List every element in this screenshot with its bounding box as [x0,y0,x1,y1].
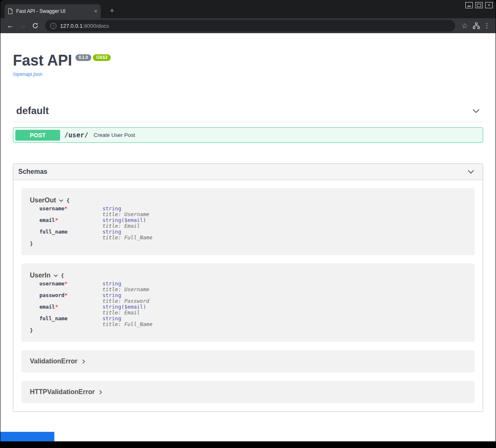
maximize-button[interactable] [475,2,483,8]
brace-open: { [61,273,64,279]
property-type: string [102,205,121,212]
chevron-down-icon[interactable] [472,109,480,113]
property-title: title: Password [102,298,149,304]
property-title: title: Username [102,286,149,292]
extension-action-icon[interactable] [471,22,481,29]
required-star: * [55,304,58,310]
required-star: * [55,217,58,223]
tab-title: Fast API - Swagger UI [16,8,92,14]
url-text: 127.0.0.1:8000/docs [60,23,109,29]
url-host: 127.0.0.1 [60,23,83,29]
model-userin: UserIn { username* stringtitle: Username… [22,263,474,342]
window-controls: × [465,2,493,8]
property-name: email* [39,217,102,223]
brace-open: { [66,197,70,204]
reload-icon [32,22,39,29]
property-type: string [102,292,121,298]
model-title: ValidationError [30,358,78,365]
tag-name: default [16,105,49,117]
endpoint-summary: Create User Post [94,132,135,138]
property-type: string [102,229,121,235]
site-info-icon[interactable]: i [50,23,56,29]
schemas-heading: Schemas [18,168,47,175]
page-content: Fast API 0.1.0 OAS3 /openapi.json defaul… [0,33,496,441]
property-title: title: Full_Name [102,234,152,241]
titlebar: Fast API - Swagger UI × + × [0,0,496,18]
schemas-body: UserOut { username* stringtitle: Usernam… [13,180,483,411]
property-row: email* string($email)title: Email [30,217,466,229]
chevron-right-icon[interactable] [82,359,85,364]
endpoint-path: /user/ [64,131,88,139]
model-validationerror[interactable]: ValidationError [22,350,474,373]
chevron-down-icon[interactable] [53,274,58,277]
endpoint-post-user[interactable]: POST /user/ Create User Post [13,127,483,143]
property-type: string [102,315,121,321]
property-title: title: Email [102,223,140,229]
property-title: title: Full_Name [102,321,152,327]
property-row: username* stringtitle: Username [30,281,466,292]
brace-close: } [30,241,466,247]
property-type: string [102,217,121,223]
browser-menu-icon[interactable]: ⋮ [482,22,491,29]
chevron-right-icon[interactable] [99,390,102,394]
property-name: password* [39,292,102,298]
required-star: * [64,292,68,298]
browser-window: Fast API - Swagger UI × + × ← → i 127.0.… [0,0,496,448]
required-star: * [64,205,68,212]
browser-toolbar: ← → i 127.0.0.1:8000/docs ☆ ⋮ [0,18,496,33]
property-type: string [102,280,121,287]
property-type: string [102,304,121,310]
close-window-button[interactable]: × [485,2,493,8]
model-httpvalidationerror[interactable]: HTTPValidationError [22,381,474,403]
property-row: email* string($email)title: Email [30,304,466,316]
chevron-down-icon[interactable] [59,199,63,202]
back-button[interactable]: ← [5,20,16,32]
model-title[interactable]: UserIn [30,272,51,279]
url-path: :8000/docs [83,23,109,29]
property-row: password* stringtitle: Password [30,292,466,304]
tag-header[interactable]: default [13,102,483,122]
schemas-header[interactable]: Schemas [13,164,483,180]
reload-button[interactable] [29,20,41,32]
api-title: Fast API [13,53,72,68]
oas3-badge: OAS3 [93,54,111,61]
post-method-button[interactable]: POST [15,130,60,141]
property-name: email* [39,304,102,310]
property-format: ($email) [121,304,146,310]
property-title: title: Username [102,211,149,217]
openapi-json-link[interactable]: /openapi.json [13,71,42,77]
property-row: username* stringtitle: Username [30,206,466,217]
property-name: username* [39,281,102,287]
link-preview-bubble [0,432,54,441]
address-bar[interactable]: i 127.0.0.1:8000/docs [45,20,455,32]
property-name: full_name [39,316,102,321]
api-info: Fast API 0.1.0 OAS3 /openapi.json [13,33,483,78]
brace-close: } [30,327,466,334]
page-favicon-icon [8,8,13,14]
forward-button[interactable]: → [17,20,29,32]
chevron-down-icon[interactable] [467,170,474,174]
tab-close-icon[interactable]: × [94,8,97,15]
property-title: title: Email [102,309,140,316]
model-title[interactable]: UserOut [30,197,56,204]
property-format: ($email) [121,217,146,223]
model-userout: UserOut { username* stringtitle: Usernam… [22,188,474,255]
new-tab-button[interactable]: + [107,5,117,16]
property-name: full_name [39,229,102,235]
tag-section-default: default POST /user/ Create User Post [13,102,483,143]
required-star: * [64,280,68,287]
browser-tab[interactable]: Fast API - Swagger UI × [5,4,101,18]
property-name: username* [39,206,102,212]
model-title: HTTPValidationError [30,388,95,396]
property-row: full_name stringtitle: Full_Name [30,316,466,327]
property-row: full_name stringtitle: Full_Name [30,229,466,241]
schemas-section: Schemas UserOut { username* [13,163,483,412]
minimize-button[interactable] [465,2,473,8]
bookmark-star-icon[interactable]: ☆ [459,22,470,30]
version-badge: 0.1.0 [75,54,91,61]
